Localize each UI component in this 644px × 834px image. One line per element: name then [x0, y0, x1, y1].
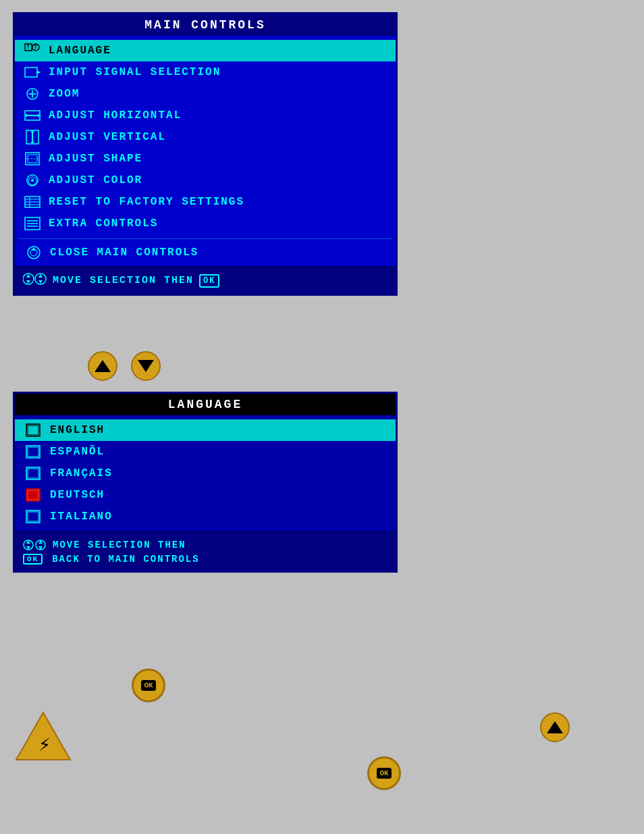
arrow-down-button[interactable]: [131, 351, 161, 381]
menu-item-language[interactable]: ? ? LANGUAGE: [15, 40, 396, 61]
menu-item-zoom-label: ZOOM: [49, 88, 80, 100]
close-main-controls-label: CLOSE MAIN CONTROLS: [50, 246, 198, 259]
svg-marker-40: [38, 274, 43, 278]
lang-ok-badge: OK: [23, 554, 43, 565]
language-icon: ? ?: [22, 43, 43, 59]
svg-rect-43: [28, 425, 38, 435]
menu-item-zoom[interactable]: + ZOOM: [15, 83, 396, 105]
factory-icon: [22, 194, 43, 210]
lang-item-francais[interactable]: FRANÇAIS: [15, 463, 396, 484]
menu-item-language-label: LANGUAGE: [49, 45, 111, 57]
svg-marker-35: [32, 247, 36, 251]
language-panel: LANGUAGE ENGLISH ESPANÕL: [13, 392, 398, 573]
shape-icon: [22, 151, 43, 167]
svg-marker-41: [38, 280, 43, 284]
ok-icon-secondary: OK: [376, 767, 392, 779]
ok-button-main[interactable]: OK: [132, 669, 165, 702]
ok-icon: OK: [140, 679, 156, 692]
lang-icon-deutsch: [23, 488, 43, 502]
menu-item-extra[interactable]: EXTRA CONTROLS: [15, 213, 396, 234]
menu-item-horizontal[interactable]: ADJUST HORIZONTAL: [15, 105, 396, 126]
arrow-up-button[interactable]: [88, 351, 117, 381]
lang-icon-italiano: [23, 509, 43, 524]
menu-item-factory-label: RESET TO FACTORY SETTINGS: [49, 196, 244, 208]
lang-bottom-text2: BACK TO MAIN CONTROLS: [52, 554, 199, 565]
main-controls-bottom-bar: MOVE SELECTION THEN OK: [15, 266, 396, 294]
menu-item-shape[interactable]: ADJUST SHAPE: [15, 148, 396, 170]
svg-marker-37: [26, 274, 30, 278]
close-main-controls[interactable]: CLOSE MAIN CONTROLS: [15, 239, 396, 266]
menu-item-vertical[interactable]: ADJUST VERTICAL: [15, 126, 396, 148]
svg-rect-42: [26, 424, 40, 436]
lang-espanol-label: ESPANÕL: [50, 446, 105, 458]
svg-text:⚡: ⚡: [38, 732, 51, 756]
svg-point-23: [31, 179, 34, 182]
menu-item-vertical-label: ADJUST VERTICAL: [49, 131, 166, 143]
vertical-icon: [22, 129, 43, 145]
lang-bottom-line1: MOVE SELECTION THEN: [23, 538, 387, 552]
svg-rect-46: [26, 467, 40, 479]
svg-rect-51: [28, 512, 38, 521]
ok-button-secondary[interactable]: OK: [367, 756, 401, 790]
horizontal-icon: [22, 107, 43, 124]
svg-rect-50: [26, 511, 40, 523]
lang-item-english[interactable]: ENGLISH: [15, 419, 396, 441]
bottom-bar-text: MOVE SELECTION THEN: [53, 275, 194, 286]
svg-text:?: ?: [26, 45, 31, 51]
lang-bottom-text1: MOVE SELECTION THEN: [53, 540, 186, 550]
lang-item-deutsch[interactable]: DEUTSCH: [15, 484, 396, 506]
svg-marker-38: [26, 280, 30, 284]
main-controls-title: MAIN CONTROLS: [15, 14, 396, 36]
lang-italiano-label: ITALIANO: [50, 511, 113, 523]
main-controls-panel: MAIN CONTROLS ? ? LANGUAGE: [13, 12, 398, 296]
color-icon: [22, 172, 43, 188]
lang-icon-espanol: [23, 444, 43, 459]
svg-text:?: ?: [34, 45, 38, 51]
svg-rect-48: [26, 489, 40, 501]
menu-item-horizontal-label: ADJUST HORIZONTAL: [49, 109, 182, 122]
lang-deutsch-label: DEUTSCH: [50, 489, 105, 501]
lang-english-label: ENGLISH: [50, 424, 105, 436]
menu-item-color[interactable]: ADJUST COLOR: [15, 170, 396, 191]
warning-triangle: ⚡: [13, 709, 74, 766]
ok-badge: OK: [199, 274, 219, 288]
lang-item-italiano[interactable]: ITALIANO: [15, 506, 396, 527]
nav-icon: [23, 272, 47, 289]
close-icon: [23, 244, 45, 261]
lang-nav-icon: [23, 539, 47, 551]
lang-francais-label: FRANÇAIS: [50, 467, 113, 479]
language-bottom-bar: MOVE SELECTION THEN OK BACK TO MAIN CONT…: [15, 531, 396, 571]
svg-rect-47: [28, 469, 38, 478]
menu-item-color-label: ADJUST COLOR: [49, 174, 142, 186]
navigation-arrows: [88, 351, 161, 381]
svg-marker-6: [37, 70, 40, 74]
bottom-right-up-arrow[interactable]: [540, 712, 570, 742]
menu-item-input-label: INPUT SIGNAL SELECTION: [49, 66, 221, 78]
svg-rect-44: [26, 446, 40, 458]
svg-text:+: +: [30, 90, 35, 97]
svg-rect-45: [28, 447, 38, 457]
svg-rect-4: [25, 68, 37, 77]
language-list: ENGLISH ESPANÕL FRANÇAIS: [15, 415, 396, 531]
lang-icon-francais: [23, 466, 43, 481]
menu-item-shape-label: ADJUST SHAPE: [49, 153, 142, 165]
main-menu-list: ? ? LANGUAGE INPUT SIGNAL SELECTION: [15, 36, 396, 238]
menu-item-input[interactable]: INPUT SIGNAL SELECTION: [15, 61, 396, 83]
zoom-icon: +: [22, 86, 43, 102]
menu-item-factory[interactable]: RESET TO FACTORY SETTINGS: [15, 191, 396, 213]
language-panel-title: LANGUAGE: [15, 394, 396, 415]
lang-icon-english: [23, 423, 43, 438]
extra-icon: [22, 215, 43, 232]
input-icon: [22, 64, 43, 80]
lang-bottom-line2: OK BACK TO MAIN CONTROLS: [23, 552, 387, 566]
lang-item-espanol[interactable]: ESPANÕL: [15, 441, 396, 463]
menu-item-extra-label: EXTRA CONTROLS: [49, 217, 158, 230]
